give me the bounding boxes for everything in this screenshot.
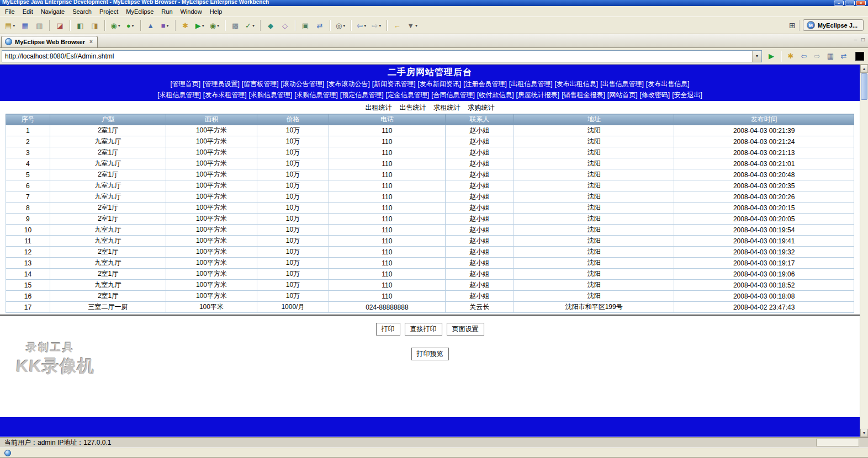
- nav-link[interactable]: [发布出租信息]: [555, 80, 599, 88]
- url-input[interactable]: [2, 51, 752, 62]
- new-project-icon[interactable]: ◪: [54, 19, 66, 32]
- run-config-icon[interactable]: ●▾: [124, 19, 136, 32]
- menu-item-navigate[interactable]: Navigate: [37, 7, 68, 16]
- open-perspective-icon[interactable]: ⊞: [789, 21, 796, 30]
- menu-item-file[interactable]: File: [1, 7, 19, 16]
- dropdown-arrow-icon[interactable]: ▾: [118, 23, 120, 28]
- db-explorer-icon[interactable]: ▣: [299, 19, 311, 32]
- nav-link[interactable]: [出租信息管理]: [509, 80, 553, 88]
- nav-link[interactable]: [发布出售信息]: [646, 80, 690, 88]
- back-icon[interactable]: ⇦: [798, 50, 809, 63]
- print-icon[interactable]: ▥: [33, 19, 45, 32]
- dropdown-arrow-icon[interactable]: ▾: [167, 23, 169, 28]
- refresh-icon[interactable]: ⇄: [838, 50, 849, 63]
- nav-link[interactable]: [注册会员管理]: [463, 80, 507, 88]
- scrollbar-track[interactable]: [860, 100, 868, 429]
- nav-link[interactable]: [销售租金报表]: [562, 91, 605, 99]
- highlight-icon[interactable]: ✱: [785, 50, 796, 63]
- dropdown-arrow-icon[interactable]: ▾: [379, 23, 381, 28]
- menu-item-myeclipse[interactable]: MyEclipse: [122, 7, 157, 16]
- vertical-scrollbar[interactable]: ▲ ▼: [860, 65, 868, 437]
- nav-link[interactable]: [预定信息管理]: [340, 91, 384, 99]
- last-edit-location-icon[interactable]: ←: [391, 19, 403, 32]
- quick-launch-icon[interactable]: ✱: [179, 19, 192, 32]
- nav-link[interactable]: [发布滚动公告]: [326, 80, 370, 88]
- nav-link[interactable]: [留言板管理]: [242, 80, 279, 88]
- run-icon[interactable]: ▶▾: [194, 19, 206, 32]
- scrollbar-thumb[interactable]: [861, 73, 867, 100]
- dropdown-arrow-icon[interactable]: ▾: [343, 23, 345, 28]
- save-icon[interactable]: ▦: [19, 19, 31, 32]
- dropdown-arrow-icon[interactable]: ▾: [202, 23, 204, 28]
- deploy-icon[interactable]: ▲: [145, 19, 157, 32]
- menu-item-search[interactable]: Search: [68, 7, 96, 16]
- validate-icon[interactable]: ✓▾: [244, 19, 256, 32]
- menu-item-project[interactable]: Project: [96, 7, 122, 16]
- build-icon[interactable]: ▩: [229, 19, 241, 32]
- nav-link[interactable]: [定金信息管理]: [385, 91, 429, 99]
- nav-link[interactable]: [发布求租管理]: [203, 91, 247, 99]
- dropdown-arrow-icon[interactable]: ▾: [132, 23, 134, 28]
- new-wizard-icon[interactable]: ▤▾: [3, 19, 17, 32]
- nav-link[interactable]: [房屋统计报表]: [516, 91, 560, 99]
- debug-config-icon[interactable]: ◉▾: [109, 19, 121, 32]
- maximize-view-icon[interactable]: □: [861, 36, 865, 42]
- dropdown-arrow-icon[interactable]: ▾: [13, 23, 15, 28]
- window-minimize-icon[interactable]: –: [834, 1, 844, 6]
- stats-link[interactable]: 求租统计: [434, 104, 461, 111]
- window-maximize-icon[interactable]: □: [845, 1, 855, 6]
- nav-link[interactable]: [新闻资讯管理]: [372, 80, 416, 88]
- horizontal-scrollbar[interactable]: [816, 439, 859, 446]
- print-button[interactable]: 直接打印: [405, 323, 442, 335]
- menu-item-edit[interactable]: Edit: [19, 7, 37, 16]
- perspective-button[interactable]: M MyEclipse J...: [803, 19, 864, 31]
- nav-link[interactable]: [求租信息管理]: [157, 91, 201, 99]
- window-close-icon[interactable]: ×: [856, 1, 866, 6]
- debug-icon[interactable]: ◉▾: [208, 19, 221, 32]
- nav-link[interactable]: [管理首页]: [170, 80, 200, 88]
- print-button[interactable]: 打印: [376, 323, 400, 335]
- tab-myeclipse-web-browser[interactable]: MyEclipse Web Browser ×: [1, 36, 98, 47]
- dropdown-arrow-icon[interactable]: ▾: [364, 23, 366, 28]
- external-tools-icon[interactable]: ◨: [88, 19, 100, 32]
- forward-icon[interactable]: ⇨▾: [370, 19, 383, 32]
- print-button[interactable]: 页面设置: [447, 323, 484, 335]
- nav-link[interactable]: [发布新闻资讯]: [418, 80, 462, 88]
- monitor-icon[interactable]: ▦: [825, 50, 836, 63]
- print-preview-button[interactable]: 打印预览: [411, 348, 449, 360]
- dropdown-arrow-icon[interactable]: ▾: [415, 23, 417, 28]
- nav-link[interactable]: [求购信息管理]: [294, 91, 338, 99]
- stats-link[interactable]: 求购统计: [468, 104, 495, 111]
- scroll-up-icon[interactable]: ▲: [860, 65, 868, 73]
- nav-link[interactable]: [安全退出]: [672, 91, 702, 99]
- sync-icon[interactable]: ⇄: [314, 19, 326, 32]
- nav-link[interactable]: [网站首页]: [607, 91, 638, 99]
- menu-item-window[interactable]: Window: [177, 7, 206, 16]
- dropdown-arrow-icon[interactable]: ▾: [217, 23, 219, 28]
- dropdown-arrow-icon[interactable]: ▾: [252, 23, 255, 28]
- nav-link[interactable]: [修改密码]: [640, 91, 670, 99]
- nav-link[interactable]: [收付款信息]: [477, 91, 514, 99]
- server-icon[interactable]: ■▾: [159, 19, 171, 32]
- nav-link[interactable]: [求购信息管理]: [248, 91, 292, 99]
- nav-link[interactable]: [管理员设置]: [203, 80, 240, 88]
- menu-item-help[interactable]: Help: [206, 7, 226, 16]
- go-icon[interactable]: ▶: [766, 50, 777, 63]
- annotations-icon[interactable]: ▼▾: [405, 19, 419, 32]
- new-package-icon[interactable]: ◇: [279, 19, 291, 32]
- nav-link[interactable]: [出售信息管理]: [600, 80, 644, 88]
- nav-link[interactable]: [合同信息管理]: [431, 91, 475, 99]
- menu-item-run[interactable]: Run: [157, 7, 176, 16]
- stats-link[interactable]: 出租统计: [366, 104, 392, 111]
- tab-close-icon[interactable]: ×: [89, 39, 93, 45]
- scroll-down-icon[interactable]: ▼: [860, 429, 868, 437]
- url-dropdown-icon[interactable]: ▼: [752, 51, 761, 62]
- stats-link[interactable]: 出售统计: [400, 104, 426, 111]
- minimize-view-icon[interactable]: –: [854, 36, 857, 42]
- back-icon[interactable]: ⇦▾: [355, 19, 368, 32]
- nav-link[interactable]: [滚动公告管理]: [280, 80, 324, 88]
- new-class-icon[interactable]: ◆: [264, 19, 277, 32]
- forward-icon[interactable]: ⇨: [812, 50, 823, 63]
- run-ant-icon[interactable]: ◧: [74, 19, 86, 32]
- search-icon[interactable]: ◎▾: [334, 19, 347, 32]
